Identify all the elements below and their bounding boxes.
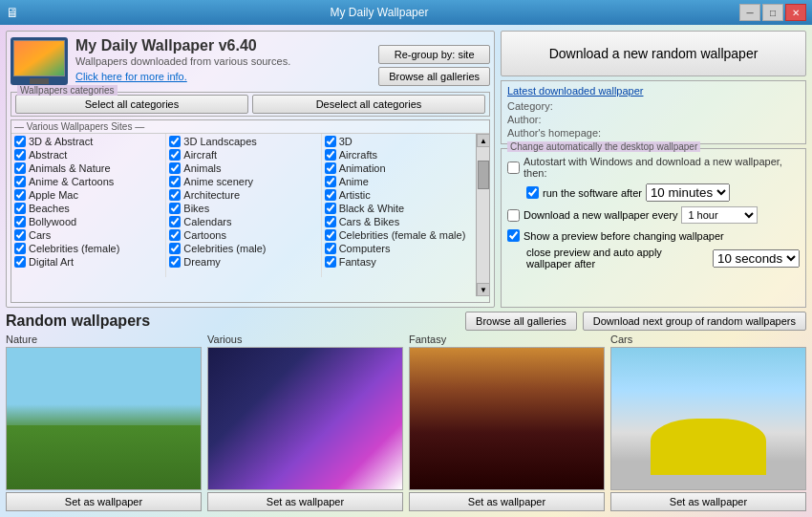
- list-item: Animation: [325, 162, 473, 175]
- cat-checkbox[interactable]: [169, 136, 181, 147]
- set-wallpaper-nature-button[interactable]: Set as wallpaper: [6, 492, 202, 511]
- wallpaper-thumb-nature: [6, 347, 202, 490]
- scrollbar[interactable]: ▲ ▼: [476, 134, 489, 296]
- browse-galleries-bottom-button[interactable]: Browse all galleries: [465, 312, 577, 331]
- cat-checkbox[interactable]: [325, 243, 336, 254]
- download-every-select[interactable]: 30 minutes 1 hour 2 hours 6 hours 12 hou…: [681, 206, 758, 224]
- regroup-button[interactable]: Re-group by: site: [378, 45, 490, 64]
- categories-header: Wallpapers categories Select all categor…: [11, 92, 490, 117]
- browse-galleries-header-button[interactable]: Browse all galleries: [378, 67, 490, 86]
- wallpaper-image-fantasy: [410, 348, 604, 489]
- list-item: Anime & Cartoons: [14, 175, 162, 188]
- category-list-container: — Various Wallpapers Sites — 3D & Abstra…: [11, 119, 490, 303]
- autostart-checkbox[interactable]: [507, 162, 520, 174]
- autostart-row: Autostart with Windows and download a ne…: [507, 153, 800, 182]
- wallpapers-categories-label: Wallpapers categories: [17, 85, 118, 96]
- download-random-button[interactable]: Download a new random wallpaper: [501, 31, 806, 76]
- wallpaper-thumb-fantasy: [409, 347, 605, 490]
- cat-checkbox[interactable]: [169, 149, 181, 161]
- list-item: Celebrities (female): [14, 242, 162, 255]
- app-title-block: My Daily Wallpaper v6.40 Wallpapers down…: [75, 37, 371, 84]
- cat-checkbox[interactable]: [169, 189, 181, 201]
- wallpaper-item-cars: Cars Set as wallpaper: [610, 334, 806, 511]
- autostart-label: Autostart with Windows and download a ne…: [524, 156, 800, 179]
- app-subtitle: Wallpapers downloaded from various sourc…: [75, 54, 371, 84]
- cat-checkbox[interactable]: [14, 189, 26, 201]
- latest-downloaded-title[interactable]: Latest downloaded wallpaper: [507, 85, 800, 97]
- list-item: Fantasy: [325, 255, 473, 269]
- close-button[interactable]: ✕: [785, 4, 806, 21]
- random-wallpapers-header: Random wallpapers Browse all galleries D…: [6, 312, 806, 331]
- category-label: Category:: [507, 100, 553, 112]
- close-preview-select[interactable]: 5 seconds 10 seconds 30 seconds 1 minute: [713, 249, 800, 268]
- right-panel: Download a new random wallpaper Latest d…: [501, 31, 806, 308]
- run-software-select[interactable]: 1 minute 5 minutes 10 minutes 30 minutes…: [646, 183, 730, 202]
- wallpaper-label-cars: Cars: [610, 334, 806, 345]
- scroll-up-button[interactable]: ▲: [477, 134, 490, 147]
- cat-checkbox[interactable]: [14, 229, 26, 241]
- window-controls: ─ □ ✕: [739, 4, 806, 21]
- cat-checkbox[interactable]: [14, 176, 26, 187]
- list-item: 3D Landscapes: [169, 135, 317, 148]
- cat-checkbox[interactable]: [325, 203, 336, 214]
- set-wallpaper-fantasy-button[interactable]: Set as wallpaper: [409, 492, 605, 511]
- show-preview-checkbox[interactable]: [507, 229, 520, 242]
- cat-checkbox[interactable]: [325, 216, 336, 227]
- run-software-row: run the software after 1 minute 5 minute…: [507, 182, 800, 204]
- cat-checkbox[interactable]: [14, 243, 26, 254]
- cat-checkbox[interactable]: [169, 162, 181, 174]
- cat-checkbox[interactable]: [325, 189, 336, 201]
- list-item: 3D & Abstract: [14, 135, 162, 148]
- cat-checkbox[interactable]: [14, 216, 26, 227]
- wallpaper-thumb-cars: [610, 347, 806, 490]
- list-item: 3D: [325, 135, 473, 148]
- cat-checkbox[interactable]: [325, 229, 336, 241]
- cat-checkbox[interactable]: [14, 162, 26, 174]
- monitor-screen: [13, 40, 65, 76]
- download-next-group-button[interactable]: Download next group of random wallpapers: [583, 312, 806, 331]
- minimize-button[interactable]: ─: [739, 4, 760, 21]
- category-row: Category:: [507, 99, 800, 113]
- wallpaper-label-fantasy: Fantasy: [409, 334, 605, 345]
- download-every-checkbox[interactable]: [507, 209, 520, 222]
- set-wallpaper-cars-button[interactable]: Set as wallpaper: [610, 492, 806, 511]
- list-item: Architecture: [169, 188, 317, 202]
- cat-checkbox[interactable]: [169, 216, 181, 227]
- cat-checkbox[interactable]: [169, 229, 181, 241]
- scroll-down-button[interactable]: ▼: [477, 283, 490, 296]
- cat-checkbox[interactable]: [14, 136, 26, 147]
- list-item: Black & White: [325, 202, 473, 215]
- scroll-thumb[interactable]: [478, 161, 489, 189]
- cat-checkbox[interactable]: [325, 136, 336, 147]
- close-preview-label: close preview and auto apply wallpaper a…: [526, 247, 709, 269]
- run-software-checkbox[interactable]: [526, 186, 539, 199]
- wallpaper-item-nature: Nature Set as wallpaper: [6, 334, 202, 511]
- cat-checkbox[interactable]: [169, 243, 181, 254]
- wallpaper-item-fantasy: Fantasy Set as wallpaper: [409, 334, 605, 511]
- cat-checkbox[interactable]: [14, 256, 26, 268]
- list-item: Beaches: [14, 202, 162, 215]
- deselect-all-button[interactable]: Deselect all categories: [252, 95, 485, 114]
- set-wallpaper-various-button[interactable]: Set as wallpaper: [207, 492, 403, 511]
- wallpaper-label-various: Various: [207, 334, 403, 345]
- maximize-button[interactable]: □: [762, 4, 783, 21]
- more-info-link[interactable]: Click here for more info.: [75, 71, 187, 82]
- cat-checkbox[interactable]: [169, 176, 181, 187]
- list-item: Animals: [169, 162, 317, 175]
- latest-downloaded-panel: Latest downloaded wallpaper Category: Au…: [501, 80, 806, 144]
- list-item: Cartoons: [169, 228, 317, 242]
- cat-checkbox[interactable]: [169, 203, 181, 214]
- select-all-button[interactable]: Select all categories: [15, 95, 248, 114]
- cat-checkbox[interactable]: [325, 256, 336, 268]
- close-preview-row: close preview and auto apply wallpaper a…: [507, 245, 800, 271]
- cat-checkbox[interactable]: [14, 203, 26, 214]
- monitor-stand: [30, 78, 49, 84]
- cat-checkbox[interactable]: [14, 149, 26, 161]
- cat-checkbox[interactable]: [169, 256, 181, 268]
- cat-checkbox[interactable]: [325, 162, 336, 174]
- list-item: Cars: [14, 228, 162, 242]
- cat-checkbox[interactable]: [325, 149, 336, 161]
- cat-checkbox[interactable]: [325, 176, 336, 187]
- list-item: Aircrafts: [325, 148, 473, 162]
- homepage-row: Author's homepage:: [507, 126, 800, 140]
